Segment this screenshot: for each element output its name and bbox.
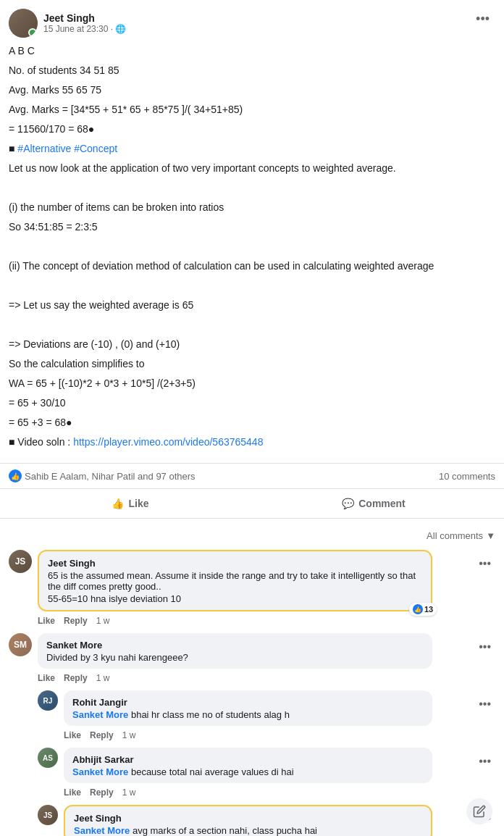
all-comments-sort[interactable]: All comments ▼ (427, 530, 495, 541)
post-timestamp: 15 June at 23:30 · 🌐 (43, 24, 126, 34)
comment-options-button[interactable]: ••• (474, 639, 495, 655)
comment-author: Sanket More (46, 640, 102, 651)
like-button[interactable]: 👍 Like (9, 492, 252, 515)
like-badge-icon: 👍 (413, 604, 423, 614)
like-icon: 👍 (112, 498, 124, 509)
content-line1: A B C (9, 43, 495, 59)
post-header: Jeet Singh 15 June at 23:30 · 🌐 ••• (0, 0, 504, 43)
reply-like-button[interactable]: Like (64, 730, 81, 740)
reply-avatar: AS (38, 748, 58, 768)
reply-text: Sanket More avg marks of a section nahi,… (74, 825, 422, 836)
reply-text: Sanket More bhai hr class me no of stude… (72, 709, 424, 720)
reply-avatar: RJ (38, 690, 58, 711)
reply-reply-button[interactable]: Reply (90, 787, 114, 798)
post-header-left: Jeet Singh 15 June at 23:30 · 🌐 (9, 9, 126, 38)
comment-text: 65 is the assumed mean. Assume it inside… (48, 570, 422, 592)
reply-options-button[interactable]: ••• (474, 696, 495, 712)
comment-subtext: 55-65=10 hna islye deviation 10 (48, 593, 422, 604)
floating-action-button[interactable] (466, 798, 492, 824)
reply-options-button[interactable]: ••• (474, 753, 495, 769)
comment-actions: Like Reply 1 w (0, 672, 504, 685)
content-point-ii: (ii) The concept of deviation method of … (9, 259, 495, 274)
all-comments-header: All comments ▼ (0, 524, 504, 547)
post-card: Jeet Singh 15 June at 23:30 · 🌐 ••• A B … (0, 0, 504, 519)
reply-avatar: JS (38, 805, 58, 825)
like-label: Like (128, 498, 148, 509)
content-alternative: ■ #Alternative #Concept (9, 141, 495, 156)
content-para1: Let us now look at the application of tw… (9, 161, 495, 176)
author-avatar (9, 9, 38, 38)
reply-actions: Like Reply 1 w (29, 729, 504, 742)
comment-label: Comment (358, 498, 406, 509)
comment-like-button[interactable]: Like (38, 616, 55, 626)
comment-icon: 💬 (342, 498, 354, 509)
comment-time: 1 w (96, 673, 110, 683)
reply-time: 1 w (122, 787, 136, 798)
content-calc2: => Deviations are (-10) , (0) and (+10) (9, 337, 495, 352)
online-indicator (28, 28, 37, 37)
comment-reply-button[interactable]: Reply (64, 616, 88, 626)
reply-bubble: Rohit Jangir Sanket More bhai hr class m… (64, 690, 432, 726)
comment-reply-button[interactable]: Reply (64, 673, 88, 683)
content-calc1: => Let us say the weighted average is 65 (9, 298, 495, 313)
comments-section: All comments ▼ JS Jeet Singh 65 is the a… (0, 519, 504, 836)
reply-reply-button[interactable]: Reply (90, 730, 114, 740)
post-content: A B C No. of students 34 51 85 Avg. Mark… (0, 43, 504, 463)
comment-author: Jeet Singh (48, 558, 96, 569)
reply-actions: Like Reply 1 w (29, 786, 504, 799)
sort-chevron-icon: ▼ (486, 530, 495, 541)
comment-options-button[interactable]: ••• (474, 556, 495, 572)
content-calc3: So the calculation simplifies to (9, 356, 495, 372)
reply-item: AS Abhijit Sarkar Sanket More because to… (29, 745, 504, 799)
reply-author: Jeet Singh (74, 813, 122, 824)
reply-item: RJ Rohit Jangir Sanket More bhai hr clas… (29, 687, 504, 742)
comment-button[interactable]: 💬 Comment (252, 492, 495, 515)
post-actions: 👍 Like 💬 Comment (0, 489, 504, 518)
content-point-i: (i) the number of items can be broken in… (9, 200, 495, 215)
comments-count[interactable]: 10 comments (439, 471, 495, 482)
content-line4: Avg. Marks = [34*55 + 51* 65 + 85*75 ]/(… (9, 102, 495, 117)
reply-author: Rohit Jangir (72, 697, 127, 708)
reply-bubble: Abhijit Sarkar Sanket More because total… (64, 748, 432, 783)
comment-avatar: SM (9, 633, 32, 656)
comment-like-button[interactable]: Like (38, 673, 55, 683)
comment-bubble: Jeet Singh 65 is the assumed mean. Assum… (38, 550, 432, 611)
comment-item: JS Jeet Singh 65 is the assumed mean. As… (0, 547, 504, 627)
content-line5: = 11560/170 = 68● (9, 122, 495, 137)
reaction-users: Sahib E Aalam, Nihar Patil and 97 others (25, 471, 196, 482)
content-point-i-sub: So 34:51:85 = 2:3:5 (9, 220, 495, 235)
comment-bubble: Sanket More Divided by 3 kyu nahi kareng… (38, 633, 432, 669)
content-line3: Avg. Marks 55 65 75 (9, 83, 495, 98)
author-info: Jeet Singh 15 June at 23:30 · 🌐 (43, 12, 126, 34)
post-options-button[interactable]: ••• (470, 9, 495, 30)
content-calc5: = 65 + 30/10 (9, 396, 495, 411)
reply-bubble: Jeet Singh Sanket More avg marks of a se… (64, 805, 432, 836)
all-comments-label: All comments (427, 530, 483, 541)
comment-time: 1 w (96, 616, 110, 626)
comment-avatar: JS (9, 550, 32, 573)
comment-actions: Like Reply 1 w (0, 614, 504, 627)
content-line2: No. of students 34 51 85 (9, 63, 495, 78)
comment-text: Divided by 3 kyu nahi karengeee? (46, 652, 424, 663)
content-calc4: WA = 65 + [(-10)*2 + 0*3 + 10*5] /(2+3+5… (9, 376, 495, 391)
reactions[interactable]: 👍 Sahib E Aalam, Nihar Patil and 97 othe… (9, 469, 196, 482)
content-video: ■ Video soln : https://player.vimeo.com/… (9, 435, 495, 450)
comment-likes-badge: 👍 13 (409, 603, 437, 616)
reply-author: Abhijit Sarkar (72, 754, 134, 765)
pencil-icon (473, 805, 486, 818)
reply-text: Sanket More because total nai average va… (72, 766, 424, 777)
likes-count: 13 (424, 605, 433, 614)
reply-time: 1 w (122, 730, 136, 740)
reply-like-button[interactable]: Like (64, 787, 81, 798)
author-name: Jeet Singh (43, 12, 126, 24)
reply-item: JS Jeet Singh Sanket More avg marks of a… (29, 802, 504, 836)
post-stats: 👍 Sahib E Aalam, Nihar Patil and 97 othe… (0, 463, 504, 489)
video-link[interactable]: https://player.vimeo.com/video/563765448 (73, 436, 263, 448)
content-calc6: = 65 +3 = 68● (9, 415, 495, 430)
comment-item: SM Sanket More Divided by 3 kyu nahi kar… (0, 630, 504, 836)
like-reaction-icon: 👍 (9, 469, 22, 482)
